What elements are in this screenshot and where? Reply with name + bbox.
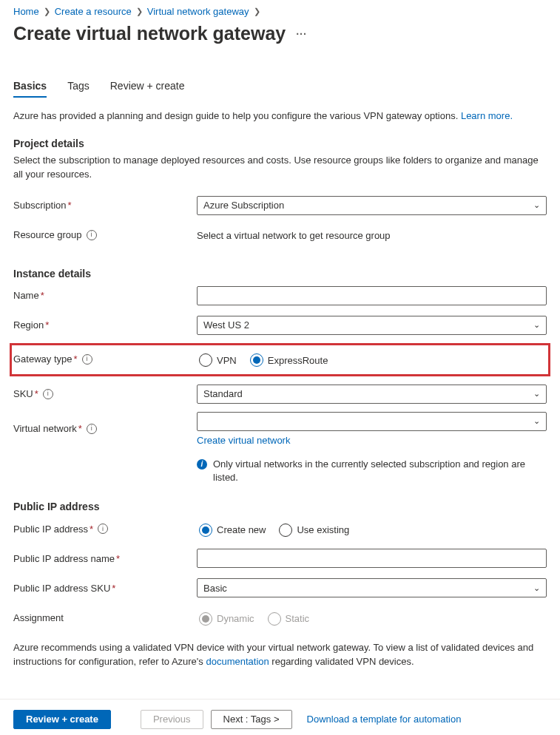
tab-review-create[interactable]: Review + create bbox=[110, 80, 185, 98]
section-public-ip: Public IP address bbox=[13, 501, 547, 512]
public-ip-sku-select[interactable]: Basic ⌄ bbox=[197, 578, 547, 597]
more-icon[interactable]: ··· bbox=[296, 28, 307, 40]
label-region: Region* bbox=[13, 319, 197, 331]
chevron-right-icon: ❯ bbox=[136, 7, 143, 16]
radio-dynamic: Dynamic bbox=[199, 612, 254, 626]
section-instance-details: Instance details bbox=[13, 268, 547, 280]
public-ip-name-input[interactable] bbox=[197, 549, 547, 568]
sku-select[interactable]: Standard ⌄ bbox=[197, 385, 547, 404]
chevron-down-icon: ⌄ bbox=[533, 416, 540, 426]
label-name: Name* bbox=[13, 290, 197, 301]
section-project-details: Project details bbox=[13, 138, 547, 149]
tab-basics[interactable]: Basics bbox=[13, 80, 47, 98]
intro-text: Azure has provided a planning and design… bbox=[13, 109, 547, 123]
virtual-network-select[interactable]: ⌄ bbox=[197, 412, 547, 431]
tabs: Basics Tags Review + create bbox=[13, 80, 547, 98]
radio-circle-icon bbox=[279, 524, 292, 537]
radio-circle-icon bbox=[250, 353, 263, 367]
breadcrumb-create-resource[interactable]: Create a resource bbox=[55, 6, 132, 17]
footer-bar: Review + create Previous Next : Tags > D… bbox=[0, 699, 560, 735]
radio-circle-icon bbox=[199, 612, 212, 626]
next-button[interactable]: Next : Tags > bbox=[211, 710, 292, 729]
label-public-ip-sku: Public IP address SKU* bbox=[13, 583, 197, 594]
chevron-down-icon: ⌄ bbox=[533, 320, 540, 330]
resource-group-text: Select a virtual network to get resource… bbox=[197, 228, 547, 241]
region-select[interactable]: West US 2 ⌄ bbox=[197, 316, 547, 335]
label-public-ip-address: Public IP address* bbox=[13, 524, 197, 535]
learn-more-link[interactable]: Learn more. bbox=[461, 110, 513, 121]
label-assignment: Assignment bbox=[13, 612, 197, 623]
info-icon[interactable] bbox=[87, 230, 97, 240]
name-input[interactable] bbox=[197, 286, 547, 305]
breadcrumb-virtual-network-gateway[interactable]: Virtual network gateway bbox=[147, 6, 249, 17]
vnet-note: i Only virtual networks in the currently… bbox=[197, 458, 547, 484]
gateway-type-radiogroup: VPN ExpressRoute bbox=[197, 351, 547, 367]
create-virtual-network-link[interactable]: Create virtual network bbox=[197, 435, 290, 446]
chevron-down-icon: ⌄ bbox=[533, 389, 540, 399]
radio-expressroute[interactable]: ExpressRoute bbox=[250, 353, 328, 367]
radio-static: Static bbox=[268, 612, 310, 626]
label-subscription: Subscription* bbox=[13, 200, 197, 211]
public-ip-radiogroup: Create new Use existing bbox=[197, 521, 547, 537]
documentation-link[interactable]: documentation bbox=[206, 656, 269, 667]
label-gateway-type: Gateway type* bbox=[13, 353, 197, 365]
label-virtual-network: Virtual network* bbox=[13, 423, 197, 434]
radio-use-existing[interactable]: Use existing bbox=[279, 524, 349, 537]
project-details-desc: Select the subscription to manage deploy… bbox=[13, 154, 547, 182]
radio-circle-icon bbox=[268, 612, 281, 626]
chevron-down-icon: ⌄ bbox=[533, 583, 540, 593]
label-resource-group: Resource group bbox=[13, 229, 197, 240]
info-icon: i bbox=[197, 459, 207, 470]
subscription-select[interactable]: Azure Subscription ⌄ bbox=[197, 196, 547, 215]
radio-vpn[interactable]: VPN bbox=[199, 353, 237, 367]
label-sku: SKU* bbox=[13, 388, 197, 399]
label-public-ip-name: Public IP address name* bbox=[13, 553, 197, 564]
review-create-button[interactable]: Review + create bbox=[13, 710, 111, 729]
chevron-down-icon: ⌄ bbox=[533, 200, 540, 210]
chevron-right-icon: ❯ bbox=[254, 7, 260, 16]
radio-circle-icon bbox=[199, 524, 212, 537]
download-template-link[interactable]: Download a template for automation bbox=[307, 714, 462, 725]
radio-create-new[interactable]: Create new bbox=[199, 524, 266, 537]
info-icon[interactable] bbox=[87, 424, 97, 434]
chevron-right-icon: ❯ bbox=[44, 7, 50, 16]
breadcrumb-home[interactable]: Home bbox=[13, 6, 39, 17]
breadcrumb: Home ❯ Create a resource ❯ Virtual netwo… bbox=[13, 6, 547, 17]
previous-button: Previous bbox=[141, 710, 203, 729]
page-title: Create virtual network gateway ··· bbox=[13, 23, 547, 44]
info-icon[interactable] bbox=[98, 524, 108, 534]
radio-circle-icon bbox=[199, 353, 212, 367]
footer-note: Azure recommends using a validated VPN d… bbox=[13, 641, 547, 669]
info-icon[interactable] bbox=[43, 389, 53, 399]
tab-tags[interactable]: Tags bbox=[67, 80, 90, 98]
gateway-type-highlight: Gateway type* VPN ExpressRoute bbox=[10, 343, 550, 376]
assignment-radiogroup: Dynamic Static bbox=[197, 610, 547, 626]
info-icon[interactable] bbox=[82, 354, 92, 365]
